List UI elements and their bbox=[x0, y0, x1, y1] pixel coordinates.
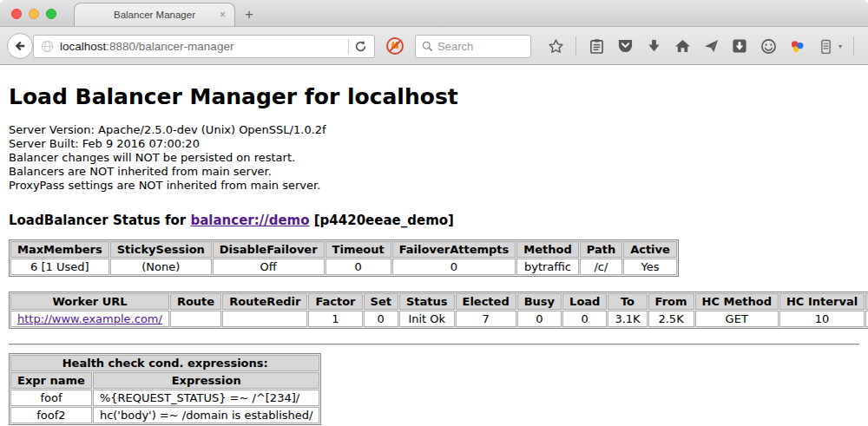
loadbalancer-status-heading: LoadBalancer Status for balancer://demo … bbox=[9, 213, 859, 228]
tab-bar: Balancer Manager × + bbox=[0, 0, 868, 27]
cell-expr-name-foof2: foof2 bbox=[10, 407, 92, 423]
url-bar[interactable]: localhost:8880/balancer-manager bbox=[33, 35, 375, 58]
window-close-button[interactable] bbox=[11, 9, 22, 19]
window-controls bbox=[11, 9, 56, 19]
cell-expr-name-foof: foof bbox=[10, 390, 92, 406]
cell-disablefailover: Off bbox=[213, 259, 325, 275]
inherit-notice-line: Balancers are NOT inherited from main se… bbox=[9, 165, 859, 179]
proxypass-notice-line: ProxyPass settings are NOT inherited fro… bbox=[9, 179, 859, 193]
emoji-button[interactable] bbox=[760, 36, 777, 56]
server-built-line: Server Built: Feb 9 2016 07:00:20 bbox=[9, 137, 859, 151]
column-header-routeredir: RouteRedir bbox=[222, 293, 307, 310]
extension-colored-dots-button[interactable] bbox=[788, 36, 806, 56]
column-header-maxmembers: MaxMembers bbox=[10, 241, 109, 258]
balancer-header-row: MaxMembers StickySession DisableFailover… bbox=[10, 241, 677, 258]
cell-stickysession: (None) bbox=[110, 259, 212, 275]
worker-header-row: Worker URL Route RouteRedir Factor Set S… bbox=[10, 293, 868, 310]
back-button[interactable] bbox=[7, 33, 33, 59]
pocket-button[interactable] bbox=[616, 36, 634, 56]
section-divider bbox=[9, 344, 859, 345]
column-header-set: Set bbox=[364, 293, 398, 310]
extension-dropdown-caret[interactable]: ▾ bbox=[838, 43, 842, 50]
worker-table: Worker URL Route RouteRedir Factor Set S… bbox=[9, 292, 868, 329]
health-header-row: Expr name Expression bbox=[10, 372, 319, 389]
toolbar-icons: ▾ bbox=[547, 27, 868, 65]
tab-title: Balancer Manager bbox=[114, 10, 195, 20]
navigation-toolbar: localhost:8880/balancer-manager bbox=[0, 27, 868, 65]
bookmark-star-button[interactable] bbox=[547, 36, 564, 56]
home-button[interactable] bbox=[674, 36, 691, 56]
cell-maxmembers: 6 [1 Used] bbox=[10, 259, 109, 275]
cell-busy: 0 bbox=[517, 311, 562, 327]
search-box[interactable] bbox=[415, 35, 531, 58]
cell-failoverattempts: 0 bbox=[392, 259, 516, 275]
urlbar-separator bbox=[348, 39, 349, 55]
paper-plane-icon bbox=[703, 38, 720, 54]
cell-timeout: 0 bbox=[326, 259, 391, 275]
cell-elected: 7 bbox=[456, 311, 516, 327]
video-download-button[interactable] bbox=[731, 36, 748, 56]
toolbar-separator-2 bbox=[853, 36, 854, 56]
status-suffix: [p4420eeae_demo] bbox=[310, 213, 454, 228]
clipboard-icon bbox=[589, 38, 604, 55]
column-header-busy: Busy bbox=[517, 293, 562, 310]
browser-window: Balancer Manager × + localhost:8880/bala… bbox=[0, 0, 868, 426]
column-header-expr-name: Expr name bbox=[10, 372, 92, 389]
cell-method: bytraffic bbox=[516, 259, 578, 275]
health-check-table: Health check cond. expressions: Expr nam… bbox=[9, 353, 321, 425]
column-header-route: Route bbox=[170, 293, 221, 310]
url-domain: localhost bbox=[60, 40, 106, 53]
cell-factor: 1 bbox=[308, 311, 362, 327]
page-content: Load Balancer Manager for localhost Serv… bbox=[0, 84, 868, 426]
cell-to: 3.1K bbox=[608, 311, 647, 327]
column-header-hc-method: HC Method bbox=[695, 293, 779, 310]
window-minimize-button[interactable] bbox=[29, 9, 39, 19]
plugin-blocked-icon bbox=[385, 36, 404, 56]
downloads-button[interactable] bbox=[645, 36, 662, 56]
cell-from: 2.5K bbox=[648, 311, 694, 327]
cell-expression-foof2: hc('body') =~ /domain is established/ bbox=[93, 407, 320, 423]
smiley-icon bbox=[760, 38, 777, 55]
url-text: localhost:8880/balancer-manager bbox=[60, 40, 343, 53]
send-tab-button[interactable] bbox=[702, 36, 720, 56]
balancer-summary-table: MaxMembers StickySession DisableFailover… bbox=[9, 239, 679, 277]
column-header-disablefailover: DisableFailover bbox=[213, 241, 325, 258]
bookmarks-menu-button[interactable] bbox=[588, 36, 605, 56]
worker-data-row: http://www.example.com/ 1 0 Init Ok 7 0 … bbox=[10, 311, 868, 327]
balancer-demo-link[interactable]: balancer://demo bbox=[190, 213, 309, 228]
globe-icon bbox=[41, 40, 54, 53]
new-tab-button[interactable]: + bbox=[245, 6, 253, 23]
home-icon bbox=[674, 38, 691, 54]
cell-hc-method: GET bbox=[695, 311, 779, 327]
url-path: :8880/balancer-manager bbox=[106, 40, 233, 53]
column-header-status: Status bbox=[399, 293, 455, 310]
cell-active: Yes bbox=[623, 259, 677, 275]
page-title: Load Balancer Manager for localhost bbox=[9, 84, 859, 109]
worker-url-link[interactable]: http://www.example.com/ bbox=[17, 312, 162, 325]
colored-dots-icon bbox=[789, 38, 806, 55]
balancer-data-row: 6 [1 Used] (None) Off 0 0 bytraffic /c/ … bbox=[10, 259, 677, 275]
reload-button[interactable] bbox=[354, 40, 374, 53]
persist-notice-line: Balancer changes will NOT be persisted o… bbox=[9, 151, 859, 165]
pocket-icon bbox=[617, 38, 634, 54]
column-header-stickysession: StickySession bbox=[110, 241, 212, 258]
health-table-title: Health check cond. expressions: bbox=[10, 355, 319, 371]
search-input[interactable] bbox=[437, 40, 520, 53]
column-header-hc-interval: HC Interval bbox=[779, 293, 865, 310]
column-header-to: To bbox=[608, 293, 647, 310]
tab-close-icon[interactable]: × bbox=[220, 9, 226, 21]
cell-expression-foof: %{REQUEST_STATUS} =~ /^[234]/ bbox=[93, 390, 320, 406]
tab-balancer-manager[interactable]: Balancer Manager × bbox=[74, 3, 235, 26]
column-header-path: Path bbox=[580, 241, 622, 258]
window-zoom-button[interactable] bbox=[46, 9, 56, 19]
cell-worker-url: http://www.example.com/ bbox=[10, 311, 169, 327]
status-prefix: LoadBalancer Status for bbox=[9, 213, 190, 228]
health-title-row: Health check cond. expressions: bbox=[10, 355, 319, 371]
cell-set: 0 bbox=[364, 311, 398, 327]
cell-path: /c/ bbox=[580, 259, 622, 275]
notes-extension-button[interactable] bbox=[817, 36, 834, 56]
plugin-blocked-button[interactable] bbox=[385, 36, 404, 56]
reload-icon bbox=[354, 40, 367, 53]
server-version-line: Server Version: Apache/2.5.0-dev (Unix) … bbox=[9, 123, 859, 137]
column-header-load: Load bbox=[562, 293, 607, 310]
